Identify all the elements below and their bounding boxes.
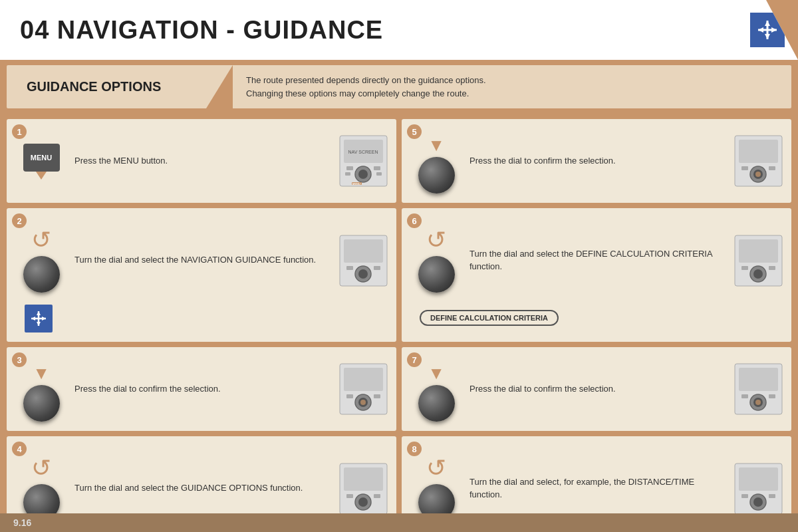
svg-point-39 bbox=[753, 269, 763, 279]
step-icon-1: MENU bbox=[15, 144, 68, 185]
svg-rect-37 bbox=[739, 239, 778, 263]
step-diagram-3 bbox=[338, 362, 388, 416]
svg-rect-23 bbox=[769, 166, 775, 170]
steps-grid: 1 MENU Press the MENU button. NAV SCREEN… bbox=[0, 114, 798, 532]
step-diagram-1: NAV SCREEN MENU bbox=[338, 134, 388, 188]
svg-rect-18 bbox=[739, 140, 778, 163]
svg-rect-12 bbox=[374, 166, 380, 170]
page-header: 04 NAVIGATION - GUIDANCE bbox=[0, 0, 798, 60]
define-calc-pill: DEFINE CALCULATION CRITERIA bbox=[420, 310, 559, 326]
svg-rect-50 bbox=[739, 368, 778, 391]
step-text-7: Press the dial to confirm the selection. bbox=[469, 383, 727, 395]
dial-knob-6 bbox=[418, 256, 455, 293]
step-text-2: Turn the dial and select the NAVIGATION … bbox=[74, 254, 332, 266]
page-number: 9.16 bbox=[13, 517, 31, 528]
svg-point-65 bbox=[753, 497, 763, 507]
step-card-7: 7 ▼ Press the dial to confirm the select… bbox=[402, 347, 791, 431]
step-diagram-4 bbox=[338, 462, 388, 515]
step-number-2: 2 bbox=[12, 213, 27, 228]
svg-rect-28 bbox=[346, 266, 353, 270]
svg-rect-48 bbox=[374, 394, 380, 398]
svg-marker-3 bbox=[765, 34, 770, 39]
svg-point-27 bbox=[358, 269, 368, 279]
svg-rect-54 bbox=[741, 394, 748, 398]
step-number-6: 6 bbox=[407, 213, 422, 228]
svg-rect-55 bbox=[769, 394, 775, 398]
step-icon-7: ▼ bbox=[410, 363, 463, 422]
svg-rect-47 bbox=[346, 394, 353, 398]
turn-arrow-6: ↺ bbox=[426, 228, 446, 252]
svg-rect-25 bbox=[344, 239, 383, 263]
step-diagram-5 bbox=[733, 134, 783, 188]
guidance-banner: GUIDANCE OPTIONS The route presented dep… bbox=[7, 65, 791, 108]
dial-knob-3 bbox=[23, 385, 60, 422]
navigation-header-icon bbox=[750, 13, 785, 47]
step-card-6: 6 ↺ Turn the dial and select the DEFINE … bbox=[402, 208, 791, 342]
turn-arrow-4: ↺ bbox=[31, 456, 51, 480]
svg-rect-43 bbox=[344, 368, 383, 391]
svg-marker-32 bbox=[37, 311, 41, 315]
turn-arrow-2: ↺ bbox=[31, 228, 51, 252]
step-icon-4: ↺ bbox=[15, 456, 68, 521]
page-title: 04 NAVIGATION - GUIDANCE bbox=[20, 16, 383, 45]
step-icon-5: ▼ bbox=[410, 135, 463, 194]
svg-point-46 bbox=[360, 400, 366, 405]
svg-rect-11 bbox=[346, 166, 353, 170]
page-footer: 9.16 bbox=[0, 513, 798, 532]
svg-marker-34 bbox=[31, 317, 35, 321]
step-number-4: 4 bbox=[12, 442, 27, 456]
dial-knob-7 bbox=[418, 385, 455, 422]
step-icon-2: ↺ bbox=[15, 228, 68, 293]
step-text-6: Turn the dial and select the DEFINE CALC… bbox=[469, 248, 727, 272]
step-diagram-6 bbox=[733, 234, 783, 287]
step-card-5: 5 ▼ Press the dial to confirm the select… bbox=[402, 119, 791, 203]
dial-knob-5 bbox=[418, 157, 455, 194]
svg-marker-4 bbox=[758, 27, 763, 33]
svg-point-21 bbox=[755, 172, 761, 177]
svg-marker-5 bbox=[771, 27, 777, 33]
step-diagram-8 bbox=[733, 462, 783, 515]
svg-marker-2 bbox=[765, 21, 770, 26]
step-text-8: Turn the dial and select, for example, t… bbox=[469, 476, 727, 500]
svg-rect-40 bbox=[741, 266, 748, 270]
svg-rect-41 bbox=[769, 266, 775, 270]
step-text-1: Press the MENU button. bbox=[74, 155, 332, 167]
svg-rect-13 bbox=[345, 172, 350, 176]
step-card-2: 2 ↺ Turn the dial and select the NAVIGAT… bbox=[7, 208, 396, 342]
svg-text:NAV SCREEN: NAV SCREEN bbox=[348, 150, 378, 154]
step-icon-6: ↺ bbox=[410, 228, 463, 293]
step-text-4: Turn the dial and select the GUIDANCE OP… bbox=[74, 482, 332, 494]
step-diagram-7 bbox=[733, 362, 783, 416]
banner-desc-line2: Changing these options may completely ch… bbox=[246, 87, 486, 100]
svg-rect-67 bbox=[769, 494, 775, 498]
step-number-8: 8 bbox=[407, 442, 422, 456]
step-icon-8: ↺ bbox=[410, 456, 463, 521]
nav-icon-2 bbox=[25, 305, 53, 332]
step-card-1: 1 MENU Press the MENU button. NAV SCREEN… bbox=[7, 119, 396, 203]
svg-rect-60 bbox=[346, 494, 353, 498]
svg-rect-57 bbox=[344, 467, 383, 491]
svg-rect-66 bbox=[741, 494, 748, 498]
step-card-3: 3 ▼ Press the dial to confirm the select… bbox=[7, 347, 396, 431]
step-icon-3: ▼ bbox=[15, 363, 68, 422]
svg-rect-63 bbox=[739, 467, 778, 491]
svg-point-10 bbox=[358, 170, 368, 179]
menu-button-icon: MENU bbox=[23, 144, 60, 172]
step-number-1: 1 bbox=[12, 124, 27, 139]
banner-desc-line1: The route presented depends directly on … bbox=[246, 74, 486, 87]
banner-title: GUIDANCE OPTIONS bbox=[27, 79, 213, 94]
svg-rect-14 bbox=[376, 172, 382, 176]
banner-description: The route presented depends directly on … bbox=[246, 74, 486, 100]
svg-point-59 bbox=[358, 497, 368, 507]
step-text-3: Press the dial to confirm the selection. bbox=[74, 383, 332, 395]
turn-arrow-8: ↺ bbox=[426, 456, 446, 480]
svg-point-53 bbox=[755, 400, 761, 405]
svg-rect-29 bbox=[374, 266, 380, 270]
step-diagram-2 bbox=[338, 234, 388, 287]
step-text-5: Press the dial to confirm the selection. bbox=[469, 155, 727, 167]
svg-rect-22 bbox=[741, 166, 748, 170]
svg-marker-33 bbox=[37, 322, 41, 326]
dial-knob-2 bbox=[23, 256, 60, 293]
svg-text:MENU: MENU bbox=[352, 182, 360, 186]
svg-marker-35 bbox=[42, 317, 46, 321]
